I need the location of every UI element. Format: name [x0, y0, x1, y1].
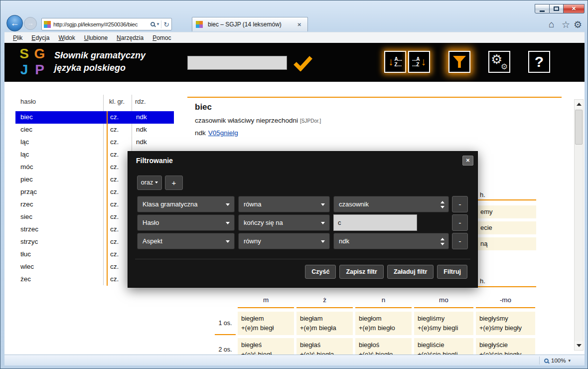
refresh-icon[interactable]: ↻ [163, 21, 169, 28]
save-filter-button[interactable]: Zapisz filtr [339, 265, 384, 279]
relation-dropdown[interactable]: kończy się na [238, 214, 330, 231]
scrollbar-thumb[interactable] [575, 110, 583, 145]
lexeme-row-lac-1[interactable]: ląccz.ndk [15, 136, 174, 149]
lexeme-class: cz. [110, 263, 119, 270]
window-controls: ✕ [535, 4, 585, 13]
verb-form: biegłoś [359, 340, 408, 350]
scroll-up-button[interactable] [575, 100, 583, 109]
sgjp-logo[interactable]: S G J P [16, 46, 47, 78]
home-icon[interactable]: ⌂ [549, 19, 554, 30]
clear-filter-button[interactable]: Czyść [305, 265, 336, 279]
minus-icon: - [459, 237, 461, 245]
relation-dropdown[interactable]: równy [238, 233, 330, 249]
search-input[interactable] [187, 56, 287, 70]
table-cell-fragment: emy [478, 205, 536, 218]
orange-rule-fragment [478, 286, 536, 287]
field-dropdown[interactable]: Klasa gramatyczna [137, 196, 235, 212]
table-cell: biegłam+(e)m biegła [296, 312, 353, 335]
add-condition-button[interactable]: + [165, 176, 183, 190]
menu-narzedzia[interactable]: Narzędzia [112, 34, 148, 41]
search-icon[interactable] [150, 22, 155, 26]
dialog-divider [135, 259, 470, 259]
menu-plik[interactable]: Plik [8, 34, 27, 41]
remove-condition-button[interactable]: - [452, 233, 468, 249]
chevron-down-icon [321, 240, 325, 243]
lexeme-headword: ląc [20, 151, 29, 158]
dialog-close-button[interactable]: ✕ [462, 156, 473, 166]
lexeme-headword: ciec [20, 126, 32, 133]
remove-condition-button[interactable]: - [452, 196, 468, 212]
verb-form-agglutinate: +(e)ś biegł [241, 350, 291, 355]
verb-form-agglutinate: +(e)m biegł [241, 323, 291, 333]
browser-tab[interactable]: biec – SGJP (14 leksemów) ✕ [192, 17, 308, 31]
sort-az-button[interactable]: ↓ A... Z... [384, 51, 406, 73]
lexeme-aspect: ndk [136, 138, 147, 146]
scroll-down-button[interactable] [575, 341, 583, 350]
value-select[interactable]: czasownik [333, 196, 449, 212]
table-cell: biegłom+(e)m biegło [355, 312, 412, 335]
table-cell: biegliście+(e)ście biegli [414, 338, 473, 355]
menu-ulubione[interactable]: Ulubione [80, 34, 112, 41]
load-filter-button[interactable]: Załaduj filtr [387, 265, 434, 279]
dropdown-value: czasownik [339, 200, 369, 208]
address-bar[interactable]: http://sgjp.pl/leksemy/#250036/biec ▾ ↻ [41, 18, 172, 30]
chevron-down-icon[interactable]: ▾ [157, 22, 159, 26]
lexeme-headword: ląc [20, 138, 29, 146]
filter-button[interactable] [448, 51, 470, 73]
operator-toggle-button[interactable]: oraz [137, 176, 162, 190]
table-cell: biegłem+(e)m biegł [238, 312, 294, 335]
column-header-non-mo: -mo [476, 294, 535, 308]
favorites-star-icon[interactable]: ☆ [562, 19, 570, 30]
dialog-title: Filtrowanie [136, 157, 173, 165]
verb-form: biegłyśmy [479, 314, 532, 323]
relation-dropdown[interactable]: równa [238, 196, 330, 212]
table-header-fragment: h. [480, 277, 485, 285]
value-input[interactable] [333, 214, 417, 231]
close-window-button[interactable]: ✕ [564, 4, 585, 13]
orange-column-accent [107, 111, 108, 286]
logo-letter-s: S [16, 46, 32, 62]
chevron-down-icon [226, 203, 230, 206]
chevron-down-icon: ▾ [568, 358, 571, 363]
tab-close-icon[interactable]: ✕ [295, 21, 304, 28]
zoom-control[interactable]: 100% ▾ [539, 355, 571, 366]
lexeme-row-biec[interactable]: bieccz.ndk [15, 111, 174, 124]
help-button[interactable]: ? [528, 51, 550, 73]
menu-pomoc[interactable]: Pomoc [148, 34, 175, 41]
field-dropdown[interactable]: Aspekt [137, 233, 235, 249]
lexeme-headword: rzec [20, 200, 33, 208]
vertical-scrollbar[interactable] [574, 99, 584, 351]
inflection-pattern-link[interactable]: V05gnielg [208, 129, 238, 137]
maximize-icon [554, 6, 559, 11]
plus-icon: + [172, 179, 176, 187]
apply-filter-button[interactable]: Filtruj [437, 265, 467, 279]
maximize-button[interactable] [550, 4, 564, 13]
operator-label: oraz [141, 179, 153, 186]
search-submit-check-icon[interactable] [293, 55, 313, 71]
sort-za-bottom: ...Z [412, 62, 420, 67]
remove-condition-button[interactable]: - [452, 214, 468, 231]
field-dropdown[interactable]: Hasło [137, 214, 235, 231]
lexeme-row-ciec[interactable]: cieccz.ndk [15, 124, 174, 136]
lexeme-aspect: ndk [136, 126, 147, 133]
dropdown-value: równy [244, 237, 261, 245]
settings-button[interactable]: ⚙ ⚙ [488, 51, 510, 73]
tools-gear-icon[interactable]: ⚙ [574, 19, 582, 30]
value-select[interactable]: ndk [333, 233, 449, 249]
minimize-button[interactable] [535, 4, 550, 13]
lexeme-headword: prząc [20, 188, 37, 195]
menu-widok[interactable]: Widok [54, 34, 79, 41]
entry-description: czasownik właściwy nieprzechodni[SJPDor.… [195, 117, 321, 124]
menu-edycja[interactable]: Edycja [27, 34, 54, 41]
url-text: http://sgjp.pl/leksemy/#250036/biec [53, 21, 150, 27]
verb-form: biegłom [359, 314, 408, 323]
lexeme-headword: strzec [20, 225, 38, 233]
lexeme-class: cz. [110, 176, 119, 183]
verb-form: biegłeś [241, 340, 291, 350]
back-button[interactable]: ← [6, 15, 23, 31]
forward-button[interactable]: → [24, 17, 37, 30]
verb-form: biegłyście [479, 340, 532, 350]
lexeme-class: cz. [110, 188, 119, 195]
pos-description: czasownik właściwy nieprzechodni [195, 117, 298, 124]
sort-za-button[interactable]: ...A ...Z ↓ [408, 51, 430, 73]
